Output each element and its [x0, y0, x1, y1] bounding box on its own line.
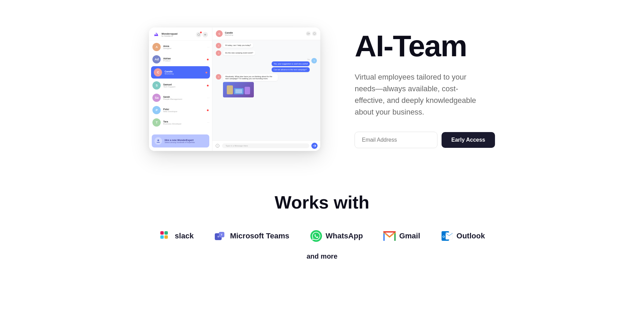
contact-adrian[interactable]: Ad Adrian Product	[149, 53, 212, 66]
contact-name-tara: Tara	[163, 120, 209, 123]
mockup-header: Wondersquad for Deloitte AI	[149, 27, 212, 41]
integration-gmail: Gmail	[383, 230, 420, 242]
svg-rect-2	[204, 34, 206, 34]
svg-rect-3	[204, 35, 206, 35]
notification-icon[interactable]	[196, 32, 201, 37]
mockup-sidebar: Wondersquad for Deloitte AI	[149, 27, 212, 151]
chat-placeholder: Type in a Message Here	[225, 145, 248, 147]
unread-dot-samuel	[207, 85, 209, 86]
early-access-button[interactable]: Early Access	[442, 132, 495, 148]
msg-group-1: Hi today, can I help you today?	[223, 43, 253, 48]
send-button[interactable]	[311, 143, 318, 149]
msg-group-3: You Yes, your suggestion is used very us…	[272, 58, 310, 72]
contact-info-candie: Candie Marketing	[164, 70, 203, 75]
contact-anna[interactable]: A Anna Designer ···	[149, 41, 212, 53]
attach-screen-inner	[235, 89, 242, 93]
contact-info-samuel: Samuel Tech Support	[163, 83, 205, 88]
hero-section: Wondersquad for Deloitte AI	[0, 0, 644, 172]
msg-avatar-candie-2: C	[216, 50, 221, 56]
image-attachment	[223, 82, 254, 97]
svg-rect-13	[164, 231, 168, 235]
contact-list: A Anna Designer ··· Ad Adrian	[149, 41, 212, 132]
contact-samuel[interactable]: S Samuel Tech Support	[149, 79, 212, 92]
email-input[interactable]	[355, 132, 437, 148]
chat-panel: C Candie Marketing i	[212, 27, 320, 151]
chat-user-info: C Candie Marketing	[216, 30, 233, 37]
video-call-icon[interactable]	[306, 31, 311, 36]
chat-header-icons: i	[306, 31, 317, 36]
chat-input[interactable]: Type in a Message Here	[222, 143, 309, 148]
avatar-anna: A	[152, 43, 161, 51]
avatar-sarah: Sa	[152, 94, 161, 102]
integrations-row: slack T T Microsoft Teams	[34, 230, 610, 242]
contact-tara[interactable]: T Tara Business Developer ···	[149, 116, 212, 129]
brand-subtitle: for Deloitte AI	[161, 35, 177, 37]
chat-user-name: Candie	[225, 32, 233, 34]
hire-text: Hire a new WonderExpert Select among hun…	[164, 139, 195, 143]
brand-logo-icon	[153, 32, 159, 38]
and-more-text: and more	[34, 252, 610, 260]
hire-avatar-icon	[154, 137, 162, 145]
contact-sarah[interactable]: Sa Sarah People Management ···	[149, 92, 212, 104]
hire-expert-button[interactable]: Hire a new WonderExpert Select among hun…	[152, 134, 209, 147]
msg-group-2: Do the new camping event work?	[223, 50, 255, 55]
svg-rect-14	[164, 235, 168, 239]
outlook-logo-icon: O	[441, 230, 453, 242]
slack-logo-icon	[159, 230, 171, 242]
integration-slack: slack	[159, 230, 194, 242]
avatar-candie: C	[154, 68, 162, 76]
contact-info-adrian: Adrian Product	[163, 57, 205, 62]
contact-name-candie: Candie	[164, 70, 203, 73]
contact-name-samuel: Samuel	[163, 83, 205, 86]
chat-header: C Candie Marketing i	[212, 27, 320, 40]
chat-input-area: + Type in a Message Here	[212, 140, 320, 151]
msg-group-5: Absolutely. What plan have you on thinki…	[223, 74, 278, 97]
svg-point-1	[198, 34, 200, 36]
integration-outlook: O Outlook	[441, 230, 485, 242]
contact-role-anna: Designer	[163, 47, 209, 49]
info-icon[interactable]: i	[312, 31, 317, 36]
contact-name-peter: Peter	[163, 108, 205, 110]
contact-role-candie: Marketing	[164, 73, 203, 75]
svg-text:+: +	[217, 145, 218, 147]
msg-bubble-5: Absolutely. What plan have you on thinki…	[223, 74, 278, 81]
contact-name-sarah: Sarah	[163, 96, 209, 98]
msg-bubble-1: Hi today, can I help you today?	[223, 43, 253, 48]
msg-meta-3: You	[272, 59, 310, 60]
contact-peter[interactable]: P Peter Web Developer	[149, 104, 212, 116]
chat-user-avatar: C	[216, 30, 223, 37]
svg-rect-23	[383, 231, 396, 233]
more-icon-sarah: ···	[207, 96, 210, 99]
avatar-adrian: Ad	[152, 55, 161, 63]
cta-row: Early Access	[355, 132, 495, 148]
svg-rect-25	[446, 233, 453, 239]
avatar-peter: P	[152, 106, 161, 114]
contact-role-sarah: People Management	[163, 98, 209, 100]
menu-icon[interactable]	[202, 32, 208, 37]
contact-role-tara: Business Developer	[163, 123, 209, 125]
contact-role-adrian: Product	[163, 60, 205, 62]
unread-dot-candie	[206, 72, 207, 73]
hero-description: Virtual employees tailored to your needs…	[355, 71, 485, 118]
hire-subtitle: Select among hundreds of expertise	[164, 141, 195, 143]
msg-bubble-4: Can we advance to the next campaign?	[272, 67, 310, 72]
msg-avatar-candie-1: C	[216, 43, 221, 48]
msg-bubble-3: Yes, your suggestion is used very useful…	[272, 61, 310, 66]
attach-screen	[234, 88, 244, 94]
msg-avatar-user-1: U	[311, 58, 317, 63]
svg-point-0	[156, 33, 157, 34]
brand-text: Wondersquad for Deloitte AI	[161, 33, 177, 37]
svg-text:O: O	[442, 235, 445, 238]
svg-rect-12	[160, 235, 164, 239]
hire-title: Hire a new WonderExpert	[164, 139, 195, 141]
contact-name-adrian: Adrian	[163, 57, 205, 60]
unread-dot-peter	[207, 109, 209, 111]
hero-title: AI-Team	[355, 30, 495, 62]
contact-candie[interactable]: C Candie Marketing	[151, 66, 210, 79]
integration-teams: T T Microsoft Teams	[214, 230, 289, 242]
attach-icon[interactable]: +	[215, 143, 220, 148]
integration-whatsapp: WhatsApp	[310, 230, 363, 242]
whatsapp-logo-icon	[310, 230, 322, 242]
brand-name: Wondersquad	[161, 33, 177, 35]
avatar-tara: T	[152, 118, 161, 127]
